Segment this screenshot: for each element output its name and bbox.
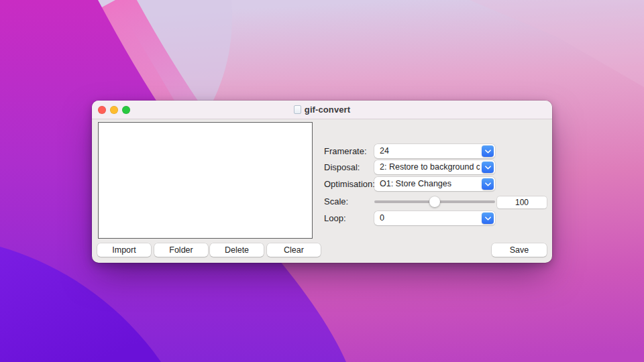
optimisation-value: O1: Store Changes <box>380 177 480 191</box>
traffic-lights <box>98 106 130 114</box>
import-button[interactable]: Import <box>97 243 151 257</box>
disposal-value: 2: Restore to background color <box>380 160 480 174</box>
loop-dropdown-button[interactable] <box>482 213 494 224</box>
framerate-value: 24 <box>380 144 480 158</box>
scale-label: Scale: <box>324 194 348 208</box>
chevron-down-icon <box>485 217 491 221</box>
minimize-button[interactable] <box>110 106 118 114</box>
optimisation-label: Optimisation: <box>324 177 375 191</box>
close-button[interactable] <box>98 106 106 114</box>
clear-button[interactable]: Clear <box>267 243 321 257</box>
disposal-dropdown-button[interactable] <box>482 162 494 173</box>
save-button[interactable]: Save <box>492 243 547 257</box>
chevron-down-icon <box>485 149 491 154</box>
loop-combobox[interactable]: 0 <box>374 211 495 225</box>
disposal-label: Disposal: <box>324 160 360 174</box>
framerate-label: Framerate: <box>324 144 367 158</box>
file-list[interactable] <box>98 122 313 239</box>
app-window: gif-convert Import Folder Delete Clear F… <box>92 101 552 263</box>
optimisation-combobox[interactable]: O1: Store Changes <box>374 177 495 191</box>
desktop: gif-convert Import Folder Delete Clear F… <box>0 0 644 362</box>
scale-value-field[interactable]: 100 <box>497 196 547 208</box>
optimisation-dropdown-button[interactable] <box>482 178 494 190</box>
framerate-dropdown-button[interactable] <box>482 145 494 157</box>
loop-label: Loop: <box>324 211 346 225</box>
framerate-combobox[interactable]: 24 <box>374 144 495 158</box>
window-body: Import Folder Delete Clear Framerate: 24… <box>92 119 552 263</box>
disposal-combobox[interactable]: 2: Restore to background color <box>374 160 495 174</box>
zoom-button[interactable] <box>122 106 130 114</box>
delete-button[interactable]: Delete <box>210 243 264 257</box>
document-proxy-icon <box>294 105 301 114</box>
window-title: gif-convert <box>305 105 350 115</box>
loop-value: 0 <box>380 211 480 225</box>
chevron-down-icon <box>485 166 491 170</box>
titlebar[interactable]: gif-convert <box>92 101 552 119</box>
scale-slider[interactable] <box>374 195 495 208</box>
scale-slider-thumb[interactable] <box>429 196 440 207</box>
chevron-down-icon <box>485 182 491 186</box>
folder-button[interactable]: Folder <box>154 243 208 257</box>
